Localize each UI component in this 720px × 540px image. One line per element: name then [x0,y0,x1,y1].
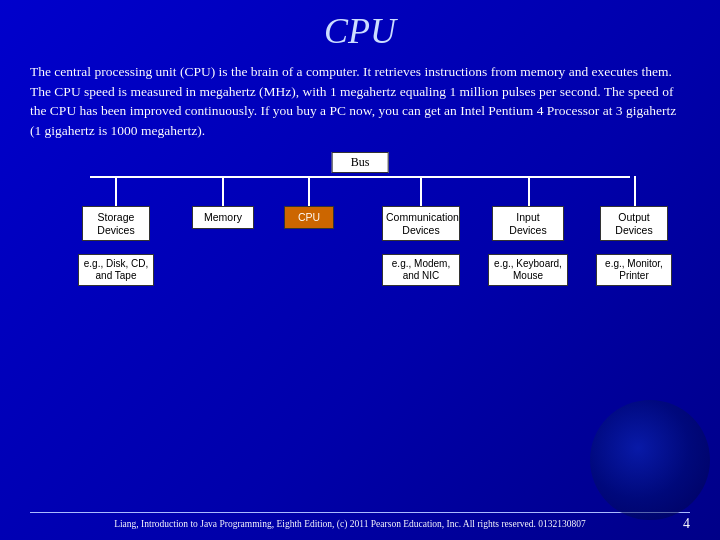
bus-box: Bus [332,152,389,173]
communication-devices-label: CommunicationDevices [386,211,459,236]
memory-box: Memory [192,206,254,229]
vline-communication [420,176,422,206]
vline-input [528,176,530,206]
horizontal-line [90,176,630,178]
output-example-text: e.g., Monitor,Printer [605,258,663,281]
output-example-box: e.g., Monitor,Printer [596,254,672,286]
communication-example-text: e.g., Modem,and NIC [392,258,450,281]
cpu-label: CPU [298,211,320,223]
slide-footer: Liang, Introduction to Java Programming,… [30,512,690,532]
body-text: The central processing unit (CPU) is the… [30,62,690,140]
cpu-box: CPU [284,206,334,229]
vline-output [634,176,636,206]
input-example-text: e.g., Keyboard,Mouse [494,258,562,281]
input-example-box: e.g., Keyboard,Mouse [488,254,568,286]
globe-watermark [590,400,710,520]
storage-example-box: e.g., Disk, CD,and Tape [78,254,154,286]
slide-title: CPU [30,10,690,52]
memory-label: Memory [204,211,242,223]
vline-memory [222,176,224,206]
vline-cpu [308,176,310,206]
storage-devices-label: StorageDevices [97,211,134,236]
input-devices-label: InputDevices [509,211,546,236]
storage-devices-box: StorageDevices [82,206,150,241]
vline-storage [115,176,117,206]
page-number: 4 [670,516,690,532]
communication-example-box: e.g., Modem,and NIC [382,254,460,286]
output-devices-box: OutputDevices [600,206,668,241]
input-devices-box: InputDevices [492,206,564,241]
diagram: Bus StorageDevices e.g., Disk, CD,and Ta… [30,152,690,535]
communication-devices-box: CommunicationDevices [382,206,460,241]
storage-example-text: e.g., Disk, CD,and Tape [84,258,148,281]
footer-text: Liang, Introduction to Java Programming,… [30,519,670,529]
output-devices-label: OutputDevices [615,211,652,236]
